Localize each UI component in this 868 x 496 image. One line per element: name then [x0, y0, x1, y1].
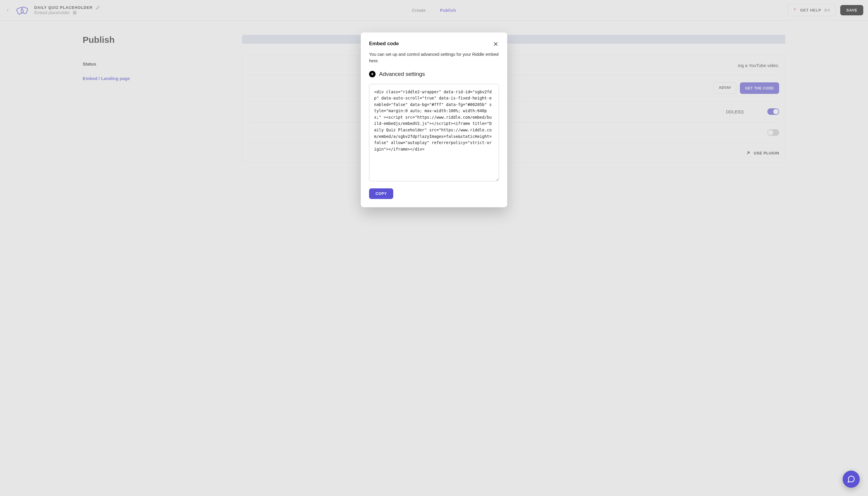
copy-button[interactable]: COPY [369, 188, 393, 199]
chat-icon [847, 475, 855, 483]
embed-code-modal: Embed code You can set up and control ad… [361, 32, 507, 207]
chat-fab[interactable] [842, 470, 860, 488]
close-icon[interactable] [493, 41, 499, 47]
modal-title: Embed code [369, 41, 399, 47]
advanced-settings-row[interactable]: + Advanced settings [369, 71, 499, 77]
embed-code-textarea[interactable] [369, 84, 499, 181]
modal-description: You can set up and control advanced sett… [369, 51, 499, 64]
advanced-settings-label: Advanced settings [379, 71, 425, 77]
plus-icon: + [369, 71, 375, 77]
modal-header: Embed code [369, 41, 499, 47]
